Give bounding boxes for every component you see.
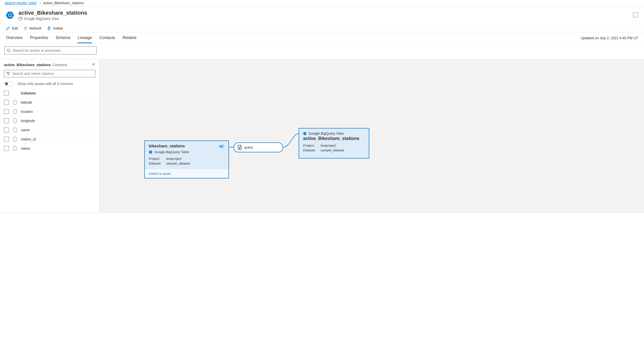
asset-type-icon: [6, 11, 14, 19]
target-type: Google BigQuery View: [308, 132, 344, 136]
trash-icon: [47, 26, 51, 30]
select-all-checkbox[interactable]: [4, 91, 9, 96]
project-value: testproject: [166, 157, 182, 161]
bigquery-icon: [149, 150, 152, 154]
column-name: station_id: [21, 137, 36, 141]
delete-button[interactable]: Delete: [47, 26, 63, 30]
tabs-row: Overview Properties Schema Lineage Conta…: [0, 32, 644, 43]
bigquery-icon: [303, 132, 306, 135]
columns-panel: active_Bikeshare_stations Columns Show o…: [0, 59, 100, 213]
document-icon: [238, 145, 242, 150]
panel-subtitle: Columns: [52, 63, 67, 67]
dataset-value: sample_dataset: [166, 162, 190, 165]
collapse-panel-button[interactable]: [92, 63, 95, 67]
column-icon: [14, 100, 16, 105]
lineage-canvas[interactable]: bikeshare_stations Google BigQuery Table…: [100, 59, 644, 213]
asset-title: active_Bikeshare_stations: [18, 10, 87, 16]
column-icon: [14, 119, 16, 123]
column-checkbox[interactable]: [4, 100, 9, 105]
column-icon: [14, 137, 16, 142]
column-row[interactable]: longitude: [0, 116, 99, 125]
tab-lineage[interactable]: Lineage: [78, 32, 92, 43]
column-checkbox[interactable]: [4, 128, 9, 133]
lineage-target-node[interactable]: Google BigQuery View active_Bikeshare_st…: [298, 128, 369, 159]
column-checkbox[interactable]: [4, 146, 9, 151]
source-title: bikeshare_stations: [149, 144, 185, 148]
target-title: active_Bikeshare_stations: [299, 136, 369, 143]
highlight-icon[interactable]: [219, 144, 224, 149]
lineage-process-node[interactable]: query: [234, 142, 283, 152]
tab-contacts[interactable]: Contacts: [99, 32, 115, 43]
breadcrumb-separator: ›: [40, 1, 41, 5]
column-row[interactable]: station_id: [0, 135, 99, 144]
column-name: longitude: [21, 119, 35, 123]
toggle-label: Show only assets with all 0 columns: [18, 82, 73, 86]
column-icon: [14, 109, 16, 114]
dataset-key: Dataset:: [149, 162, 164, 165]
refresh-label: Refresh: [29, 26, 42, 30]
refresh-icon: [24, 26, 27, 30]
filter-icon: [6, 72, 10, 76]
stack-icon: [18, 17, 22, 21]
column-row[interactable]: status: [0, 144, 99, 153]
breadcrumb-current: active_Bikeshare_stations: [43, 1, 84, 5]
project-key: Project:: [149, 157, 164, 161]
column-icon: [14, 146, 16, 151]
asset-header: active_Bikeshare_stations Google BigQuer…: [0, 6, 644, 24]
svg-rect-0: [19, 18, 22, 20]
updated-timestamp: Updated on July 2, 2021 4:45 PM UT: [581, 36, 638, 40]
column-checkbox[interactable]: [4, 118, 9, 123]
source-type: Google BigQuery Table: [154, 150, 189, 154]
svg-point-2: [220, 146, 222, 147]
column-row[interactable]: name: [0, 125, 99, 135]
project-key: Project:: [303, 144, 318, 147]
panel-title: active_Bikeshare_stations: [4, 63, 51, 67]
tab-schema[interactable]: Schema: [56, 32, 70, 43]
command-bar: Edit Refresh Delete: [0, 24, 644, 32]
column-name: name: [21, 128, 30, 132]
refresh-button[interactable]: Refresh: [24, 26, 42, 30]
show-only-toggle[interactable]: [4, 81, 14, 86]
chevron-double-left-icon: [92, 63, 95, 66]
column-icon: [14, 128, 16, 132]
project-value: testproject: [320, 144, 336, 147]
column-search-input[interactable]: [12, 72, 93, 76]
svg-point-1: [7, 49, 10, 51]
column-checkbox[interactable]: [4, 109, 9, 114]
search-icon: [7, 48, 11, 52]
column-row[interactable]: location: [0, 107, 99, 116]
tab-related[interactable]: Related: [122, 32, 136, 43]
breadcrumb: Search results "view" › active_Bikeshare…: [0, 0, 644, 6]
header-checkbox[interactable]: [633, 12, 638, 17]
pencil-icon: [6, 26, 10, 30]
column-search[interactable]: [4, 70, 95, 77]
asset-search[interactable]: [4, 46, 96, 54]
lineage-source-node[interactable]: bikeshare_stations Google BigQuery Table…: [144, 141, 229, 178]
tab-overview[interactable]: Overview: [6, 32, 23, 43]
columns-header-label: Columns: [21, 91, 36, 95]
delete-label: Delete: [53, 26, 63, 30]
switch-to-asset-link[interactable]: Switch to asset: [149, 172, 170, 175]
edit-button[interactable]: Edit: [6, 26, 18, 30]
tab-properties[interactable]: Properties: [30, 32, 48, 43]
breadcrumb-link[interactable]: Search results "view": [4, 1, 37, 5]
process-label: query: [244, 145, 253, 149]
column-name: latitude: [21, 100, 32, 104]
column-name: location: [21, 110, 33, 114]
column-row[interactable]: latitude: [0, 98, 99, 107]
dataset-value: sample_dataset: [320, 148, 344, 152]
column-name: status: [21, 146, 30, 150]
asset-type-label: Google BigQuery View: [24, 17, 59, 21]
columns-list: Columns latitude location longitude name: [0, 89, 99, 153]
asset-search-input[interactable]: [13, 48, 94, 52]
dataset-key: Dataset:: [303, 148, 318, 152]
column-checkbox[interactable]: [4, 137, 9, 142]
edit-label: Edit: [12, 26, 18, 30]
